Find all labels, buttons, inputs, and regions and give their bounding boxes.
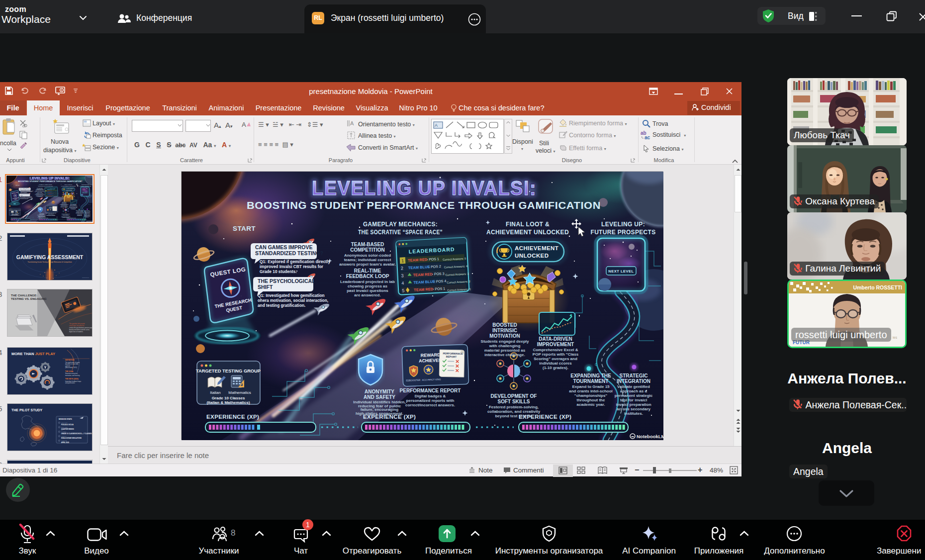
svg-text:ac: ac [645,135,650,140]
svg-text:Umberto ROSSETTI: Umberto ROSSETTI [853,284,902,290]
svg-text:A: A [242,121,246,128]
svg-text:A: A [350,120,354,126]
svg-text:A: A [435,123,438,128]
svg-text:ies: ies [893,336,897,339]
